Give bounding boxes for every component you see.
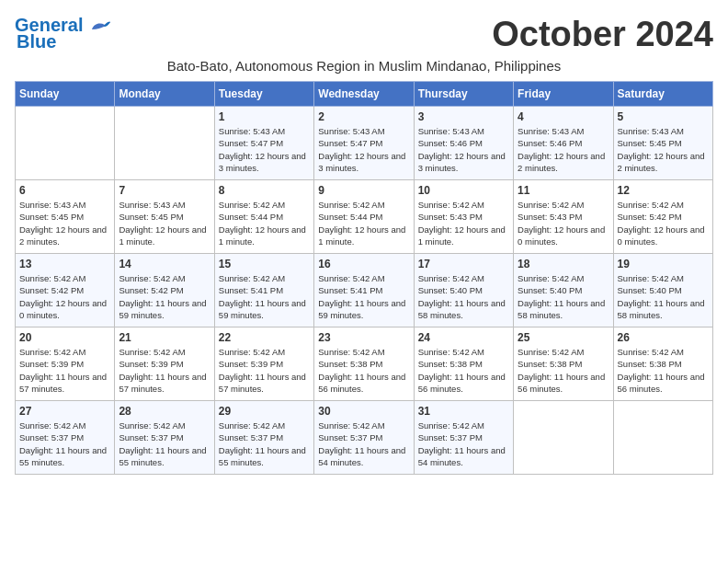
calendar-cell: 9Sunrise: 5:42 AMSunset: 5:44 PMDaylight… xyxy=(314,180,414,254)
day-number: 30 xyxy=(318,405,409,418)
calendar-cell: 2Sunrise: 5:43 AMSunset: 5:47 PMDaylight… xyxy=(314,107,414,180)
sunrise-text: Sunrise: 5:42 AM xyxy=(518,200,584,210)
sunrise-text: Sunrise: 5:43 AM xyxy=(318,126,384,136)
day-info: Sunrise: 5:42 AMSunset: 5:41 PMDaylight:… xyxy=(219,272,310,321)
logo-blue-text: Blue xyxy=(17,31,56,52)
header-row: SundayMondayTuesdayWednesdayThursdayFrid… xyxy=(16,82,713,107)
day-info: Sunrise: 5:42 AMSunset: 5:40 PMDaylight:… xyxy=(418,272,509,321)
sunset-text: Sunset: 5:45 PM xyxy=(618,138,682,148)
sunrise-text: Sunrise: 5:42 AM xyxy=(418,347,484,357)
sunset-text: Sunset: 5:37 PM xyxy=(318,432,382,442)
col-header-tuesday: Tuesday xyxy=(214,82,313,107)
sunset-text: Sunset: 5:41 PM xyxy=(318,285,382,295)
sunrise-text: Sunrise: 5:42 AM xyxy=(219,347,285,357)
calendar-cell: 11Sunrise: 5:42 AMSunset: 5:43 PMDayligh… xyxy=(514,180,613,254)
sunrise-text: Sunrise: 5:42 AM xyxy=(119,347,185,357)
sunset-text: Sunset: 5:42 PM xyxy=(119,285,183,295)
month-title: October 2024 xyxy=(492,15,713,54)
sunset-text: Sunset: 5:44 PM xyxy=(219,212,283,222)
day-number: 20 xyxy=(19,331,110,344)
daylight-text: Daylight: 11 hours and 56 minutes. xyxy=(318,372,405,394)
calendar-cell: 7Sunrise: 5:43 AMSunset: 5:45 PMDaylight… xyxy=(115,180,214,254)
calendar-cell: 3Sunrise: 5:43 AMSunset: 5:46 PMDaylight… xyxy=(414,107,513,180)
calendar-cell: 10Sunrise: 5:42 AMSunset: 5:43 PMDayligh… xyxy=(414,180,513,254)
day-info: Sunrise: 5:42 AMSunset: 5:40 PMDaylight:… xyxy=(618,272,709,321)
day-number: 23 xyxy=(318,331,409,344)
calendar-cell: 5Sunrise: 5:43 AMSunset: 5:45 PMDaylight… xyxy=(613,107,712,180)
daylight-text: Daylight: 11 hours and 55 minutes. xyxy=(219,445,306,467)
sunrise-text: Sunrise: 5:43 AM xyxy=(19,200,85,210)
sunset-text: Sunset: 5:45 PM xyxy=(19,212,84,222)
day-number: 27 xyxy=(19,405,110,418)
day-info: Sunrise: 5:42 AMSunset: 5:37 PMDaylight:… xyxy=(418,419,509,468)
daylight-text: Daylight: 12 hours and 1 minute. xyxy=(318,224,405,247)
day-info: Sunrise: 5:42 AMSunset: 5:42 PMDaylight:… xyxy=(119,272,210,321)
sunset-text: Sunset: 5:42 PM xyxy=(19,285,84,295)
daylight-text: Daylight: 12 hours and 0 minutes. xyxy=(19,298,107,320)
day-info: Sunrise: 5:42 AMSunset: 5:38 PMDaylight:… xyxy=(418,346,509,395)
day-number: 4 xyxy=(518,110,609,123)
calendar-cell: 14Sunrise: 5:42 AMSunset: 5:42 PMDayligh… xyxy=(115,254,214,327)
calendar-cell: 26Sunrise: 5:42 AMSunset: 5:38 PMDayligh… xyxy=(613,327,712,401)
sunrise-text: Sunrise: 5:43 AM xyxy=(418,126,484,136)
daylight-text: Daylight: 12 hours and 2 minutes. xyxy=(19,224,107,247)
sunrise-text: Sunrise: 5:42 AM xyxy=(618,347,684,357)
day-number: 24 xyxy=(418,331,509,344)
calendar-cell: 22Sunrise: 5:42 AMSunset: 5:39 PMDayligh… xyxy=(214,327,313,401)
week-row-2: 6Sunrise: 5:43 AMSunset: 5:45 PMDaylight… xyxy=(16,180,713,254)
calendar-cell: 16Sunrise: 5:42 AMSunset: 5:41 PMDayligh… xyxy=(314,254,414,327)
sunrise-text: Sunrise: 5:42 AM xyxy=(418,273,484,283)
sunset-text: Sunset: 5:47 PM xyxy=(318,138,382,148)
col-header-monday: Monday xyxy=(115,82,214,107)
sunset-text: Sunset: 5:44 PM xyxy=(318,212,382,222)
calendar-cell: 13Sunrise: 5:42 AMSunset: 5:42 PMDayligh… xyxy=(16,254,115,327)
sunrise-text: Sunrise: 5:42 AM xyxy=(518,273,584,283)
day-info: Sunrise: 5:42 AMSunset: 5:39 PMDaylight:… xyxy=(219,346,310,395)
day-info: Sunrise: 5:42 AMSunset: 5:37 PMDaylight:… xyxy=(19,419,110,468)
sunrise-text: Sunrise: 5:42 AM xyxy=(518,347,584,357)
logo-bird-icon xyxy=(90,20,110,33)
week-row-4: 20Sunrise: 5:42 AMSunset: 5:39 PMDayligh… xyxy=(16,327,713,401)
daylight-text: Daylight: 11 hours and 55 minutes. xyxy=(19,445,107,467)
day-info: Sunrise: 5:42 AMSunset: 5:37 PMDaylight:… xyxy=(119,419,210,468)
sunrise-text: Sunrise: 5:42 AM xyxy=(618,273,684,283)
daylight-text: Daylight: 12 hours and 2 minutes. xyxy=(518,151,605,173)
daylight-text: Daylight: 12 hours and 3 minutes. xyxy=(318,151,405,173)
daylight-text: Daylight: 11 hours and 58 minutes. xyxy=(618,298,705,320)
day-number: 18 xyxy=(518,258,609,270)
day-info: Sunrise: 5:43 AMSunset: 5:46 PMDaylight:… xyxy=(418,125,509,174)
sunset-text: Sunset: 5:47 PM xyxy=(219,138,283,148)
day-number: 10 xyxy=(418,184,509,197)
daylight-text: Daylight: 11 hours and 57 minutes. xyxy=(219,372,306,394)
day-info: Sunrise: 5:43 AMSunset: 5:47 PMDaylight:… xyxy=(219,125,310,174)
daylight-text: Daylight: 11 hours and 58 minutes. xyxy=(418,298,506,320)
sunrise-text: Sunrise: 5:43 AM xyxy=(518,126,584,136)
calendar-cell xyxy=(613,401,712,475)
day-number: 31 xyxy=(418,405,509,418)
sunset-text: Sunset: 5:45 PM xyxy=(119,212,183,222)
daylight-text: Daylight: 11 hours and 59 minutes. xyxy=(219,298,306,320)
week-row-5: 27Sunrise: 5:42 AMSunset: 5:37 PMDayligh… xyxy=(16,401,713,475)
day-number: 5 xyxy=(618,110,709,123)
day-number: 12 xyxy=(618,184,709,197)
week-row-1: 1Sunrise: 5:43 AMSunset: 5:47 PMDaylight… xyxy=(16,107,713,180)
col-header-thursday: Thursday xyxy=(414,82,513,107)
day-number: 29 xyxy=(219,405,310,418)
day-info: Sunrise: 5:42 AMSunset: 5:39 PMDaylight:… xyxy=(19,346,110,395)
day-number: 26 xyxy=(618,331,709,344)
sunrise-text: Sunrise: 5:42 AM xyxy=(418,420,484,431)
col-header-saturday: Saturday xyxy=(613,82,712,107)
sunset-text: Sunset: 5:37 PM xyxy=(219,432,283,442)
day-info: Sunrise: 5:42 AMSunset: 5:43 PMDaylight:… xyxy=(418,199,509,247)
sunset-text: Sunset: 5:38 PM xyxy=(318,359,382,369)
calendar-cell: 19Sunrise: 5:42 AMSunset: 5:40 PMDayligh… xyxy=(613,254,712,327)
sunset-text: Sunset: 5:39 PM xyxy=(219,359,283,369)
calendar-cell: 6Sunrise: 5:43 AMSunset: 5:45 PMDaylight… xyxy=(16,180,115,254)
day-number: 16 xyxy=(318,258,409,270)
col-header-friday: Friday xyxy=(514,82,613,107)
sunrise-text: Sunrise: 5:43 AM xyxy=(119,200,185,210)
day-info: Sunrise: 5:42 AMSunset: 5:44 PMDaylight:… xyxy=(318,199,409,247)
day-number: 21 xyxy=(119,331,210,344)
sunset-text: Sunset: 5:37 PM xyxy=(119,432,183,442)
calendar-cell: 30Sunrise: 5:42 AMSunset: 5:37 PMDayligh… xyxy=(314,401,414,475)
